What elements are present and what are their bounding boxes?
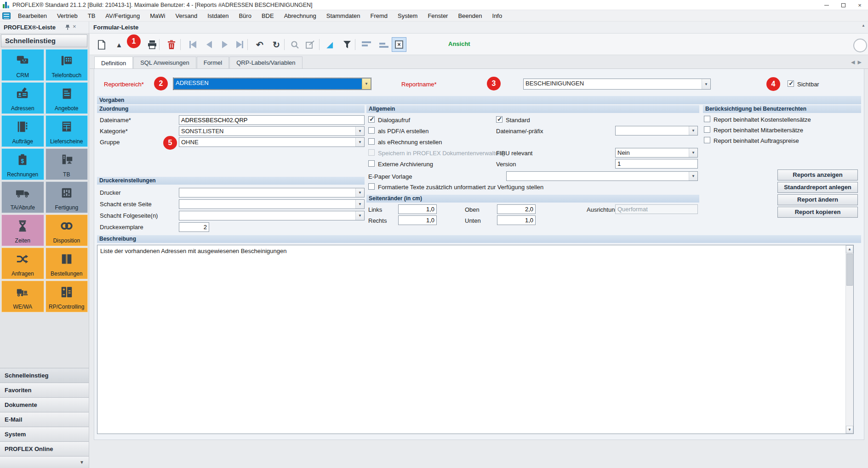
menu-fremd[interactable]: Fremd	[365, 10, 393, 22]
druckexemplare-input[interactable]	[179, 222, 209, 232]
pin-icon[interactable]	[64, 24, 71, 31]
tile-adressen[interactable]: Adressen	[1, 82, 44, 114]
tile-telefonbuch[interactable]: Telefonbuch	[46, 49, 88, 81]
sidebar-section-schnelleinstieg[interactable]: Schnelleinstieg	[0, 368, 89, 383]
scroll-up-icon[interactable]: ▲	[862, 23, 865, 28]
filter-icon[interactable]	[342, 39, 352, 50]
tile-angebote[interactable]: Angebote	[46, 82, 88, 114]
standard-checkbox[interactable]	[496, 116, 503, 123]
pdfa-checkbox[interactable]	[368, 127, 375, 134]
system-menu-icon[interactable]	[2, 12, 11, 19]
tile-zeiten[interactable]: Zeiten	[1, 214, 44, 246]
unten-input[interactable]	[497, 215, 536, 225]
close-button[interactable]: ×	[851, 0, 868, 10]
scroll-up-arrow-icon[interactable]: ▲	[846, 245, 853, 253]
sidebar-section-system[interactable]: System	[0, 427, 89, 441]
dialogaufruf-checkbox[interactable]	[368, 116, 375, 123]
minimize-button[interactable]	[818, 0, 835, 10]
sidebar-section-proflex-online[interactable]: PROFLEX Online	[0, 441, 89, 456]
menu-bearbeiten[interactable]: Bearbeiten	[13, 10, 52, 22]
sichtbar-checkbox[interactable]	[788, 80, 794, 87]
tile-lieferscheine[interactable]: Lieferscheine	[46, 115, 88, 147]
drucker-dropdown-icon[interactable]: ▼	[355, 188, 364, 197]
tile-rp-controlling[interactable]: RP/Controlling	[46, 281, 88, 312]
menu-stammdaten[interactable]: Stammdaten	[321, 10, 365, 22]
search-icon[interactable]	[290, 39, 300, 50]
dateiname-input[interactable]	[179, 115, 365, 125]
menu-abrechnung[interactable]: Abrechnung	[279, 10, 321, 22]
fibu-relevant-dropdown-icon[interactable]: ▼	[689, 148, 697, 157]
ruler-triangle-icon[interactable]: ◢	[325, 39, 335, 50]
tab-formel[interactable]: Formel	[197, 56, 229, 68]
gruppe-combo[interactable]: OHNE ▼	[179, 137, 365, 147]
kategorie-dropdown-icon[interactable]: ▼	[355, 127, 364, 135]
reportname-dropdown-icon[interactable]: ▼	[702, 79, 710, 89]
externe-archivierung-checkbox[interactable]	[368, 160, 375, 167]
next-record-icon[interactable]	[220, 39, 230, 50]
eject-icon[interactable]: ▲	[114, 39, 124, 50]
previous-record-icon[interactable]	[204, 39, 214, 50]
menu-vertrieb[interactable]: Vertrieb	[52, 10, 83, 22]
links-input[interactable]	[398, 204, 437, 214]
beschreibung-textarea[interactable]: Liste der vorhandenen Adressen mit ausge…	[97, 245, 854, 434]
standardreport-anlegen-button[interactable]: Standardreport anlegen	[777, 182, 858, 193]
align-bottom-icon[interactable]	[379, 39, 389, 50]
printer-icon[interactable]	[147, 39, 157, 50]
reportbereich-dropdown-icon[interactable]: ▼	[362, 79, 371, 89]
align-top-icon[interactable]	[361, 39, 371, 50]
reports-anzeigen-button[interactable]: Reports anzeigen	[777, 169, 858, 180]
report-aendern-button[interactable]: Report ändern	[777, 194, 858, 205]
kategorie-combo[interactable]: SONST.LISTEN ▼	[179, 126, 365, 136]
tile-tb[interactable]: TB	[46, 148, 88, 180]
reportname-combo[interactable]: BESCHEINIGUNGEN ▼	[523, 79, 711, 90]
tile-crm[interactable]: CRM	[1, 49, 44, 81]
tab-scroll-arrows[interactable]: ◀▶	[851, 59, 864, 65]
menu-system[interactable]: System	[393, 10, 423, 22]
rechts-input[interactable]	[398, 215, 437, 225]
scroll-down-arrow-icon[interactable]: ▼	[846, 426, 853, 434]
menu-info[interactable]: Info	[487, 10, 508, 22]
sidebar-section-email[interactable]: E-Mail	[0, 412, 89, 427]
epaper-vorlage-dropdown-icon[interactable]: ▼	[689, 172, 697, 180]
new-record-icon[interactable]	[97, 39, 107, 50]
first-record-icon[interactable]	[188, 39, 198, 50]
toolbar-edge-circle-icon[interactable]	[853, 39, 867, 52]
dateiname-praefix-dropdown-icon[interactable]: ▼	[689, 126, 697, 135]
fibu-relevant-combo[interactable]: Nein ▼	[615, 148, 698, 158]
selection-mode-toggle[interactable]: ×	[392, 37, 406, 52]
tab-qrp-labels-variablen[interactable]: QRP-Labels/Variablen	[229, 56, 302, 68]
schacht-folgeseiten-combo[interactable]: ▼	[179, 211, 365, 220]
tile-auftraege[interactable]: Aufträge	[1, 115, 44, 147]
sidebar-collapse-chevron[interactable]: ▼	[0, 456, 89, 468]
mitarbeitersaetze-checkbox[interactable]	[704, 126, 710, 133]
beschreibung-scrollbar[interactable]: ▲ ▼	[845, 245, 853, 434]
report-kopieren-button[interactable]: Report kopieren	[777, 207, 858, 218]
erechnung-checkbox[interactable]	[368, 138, 375, 145]
maximize-button[interactable]	[835, 0, 851, 10]
delete-trash-icon[interactable]	[166, 39, 177, 50]
menu-beenden[interactable]: Beenden	[453, 10, 487, 22]
menu-istdaten[interactable]: Istdaten	[202, 10, 234, 22]
epaper-vorlage-combo[interactable]: ▼	[506, 171, 698, 181]
oben-input[interactable]	[497, 204, 536, 214]
menu-buero[interactable]: Büro	[234, 10, 256, 22]
formatierte-texte-checkbox[interactable]	[368, 183, 375, 190]
undo-icon[interactable]: ↶	[255, 39, 265, 50]
tile-anfragen[interactable]: Anfragen	[1, 248, 44, 279]
scrollbar-thumb[interactable]	[846, 254, 853, 286]
tab-sql-anweisungen[interactable]: SQL Anweisungen	[133, 56, 196, 68]
last-record-icon[interactable]	[234, 39, 245, 50]
tile-ta-abrufe[interactable]: TA/Abrufe	[1, 181, 44, 213]
menu-versand[interactable]: Versand	[170, 10, 202, 22]
edit-icon[interactable]	[305, 39, 315, 50]
sidebar-section-favoriten[interactable]: Favoriten	[0, 383, 89, 397]
menu-av-fertigung[interactable]: AV/Fertigung	[100, 10, 145, 22]
drucker-combo[interactable]: ▼	[179, 188, 365, 197]
auftragspreise-checkbox[interactable]	[704, 137, 710, 143]
sidebar-section-dokumente[interactable]: Dokumente	[0, 397, 89, 412]
gruppe-dropdown-icon[interactable]: ▼	[355, 138, 364, 147]
schacht-folgeseiten-dropdown-icon[interactable]: ▼	[355, 211, 364, 220]
menu-tb[interactable]: TB	[83, 10, 101, 22]
menu-mawi[interactable]: MaWi	[145, 10, 170, 22]
refresh-icon[interactable]: ↻	[271, 39, 281, 50]
